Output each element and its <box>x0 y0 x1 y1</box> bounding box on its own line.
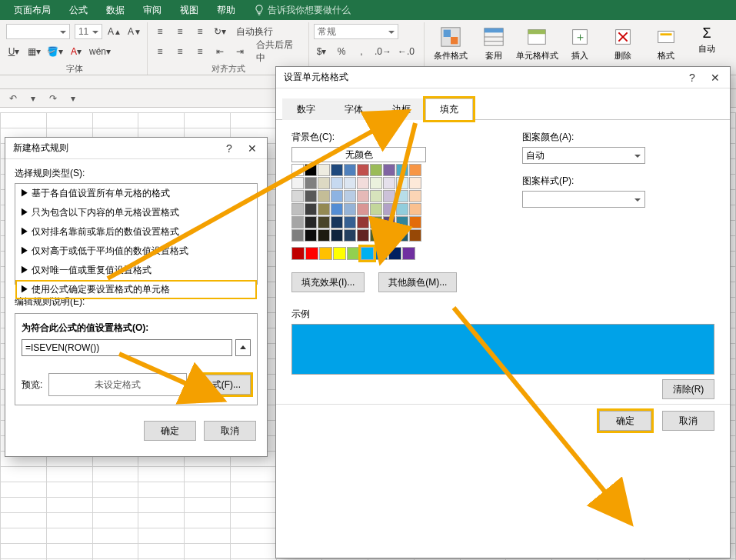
fill-color-icon[interactable]: 🪣▾ <box>46 44 64 59</box>
color-swatch[interactable] <box>331 190 343 202</box>
color-swatch[interactable] <box>318 216 330 228</box>
color-swatch[interactable] <box>344 203 356 215</box>
color-swatch[interactable] <box>305 216 317 228</box>
tab-help[interactable]: 帮助 <box>208 0 245 20</box>
decrease-indent-icon[interactable]: ⇤ <box>212 44 228 59</box>
color-swatch[interactable] <box>344 216 356 228</box>
border-icon[interactable]: ▦▾ <box>26 44 42 59</box>
color-swatch[interactable] <box>291 229 304 242</box>
undo-button[interactable]: ↶ <box>5 90 22 107</box>
color-swatch[interactable] <box>409 164 421 176</box>
color-swatch[interactable] <box>409 216 421 228</box>
more-colors-button[interactable]: 其他颜色(M)... <box>378 272 457 292</box>
pattern-style-combo[interactable] <box>522 191 645 208</box>
color-swatch[interactable] <box>409 229 421 242</box>
cancel-button[interactable]: 取消 <box>662 411 714 431</box>
phonetic-icon[interactable]: wén▾ <box>88 44 112 59</box>
ok-button[interactable]: 确定 <box>599 411 651 431</box>
help-button[interactable]: ? <box>681 67 704 88</box>
align-middle-icon[interactable]: ≡ <box>172 24 188 39</box>
fill-effects-button[interactable]: 填充效果(I)... <box>291 272 365 292</box>
color-swatch[interactable] <box>396 216 408 228</box>
color-swatch[interactable] <box>305 247 318 260</box>
increase-font-icon[interactable]: A▲ <box>107 24 122 39</box>
color-swatch[interactable] <box>331 164 343 176</box>
color-swatch[interactable] <box>291 190 304 202</box>
align-right-icon[interactable]: ≡ <box>192 44 208 59</box>
color-swatch[interactable] <box>402 247 415 260</box>
decrease-decimal-icon[interactable]: ←.0 <box>397 44 415 59</box>
tab-formulas[interactable]: 公式 <box>60 0 97 20</box>
rule-type-item[interactable]: ▶ 基于各自值设置所有单元格的格式 <box>15 184 257 203</box>
color-swatch[interactable] <box>383 177 395 189</box>
redo-button[interactable]: ↷ <box>45 90 62 107</box>
color-swatch[interactable] <box>344 164 356 176</box>
color-swatch[interactable] <box>383 216 395 228</box>
help-button[interactable]: ? <box>218 138 241 159</box>
color-swatch[interactable] <box>318 164 330 176</box>
rule-type-item[interactable]: ▶ 只为包含以下内容的单元格设置格式 <box>15 203 257 222</box>
format-button[interactable]: 格式(F)... <box>193 375 251 395</box>
currency-icon[interactable]: $▾ <box>314 44 329 59</box>
color-swatch[interactable] <box>409 203 421 215</box>
color-swatch[interactable] <box>318 203 330 215</box>
color-swatch[interactable] <box>291 177 304 189</box>
increase-indent-icon[interactable]: ⇥ <box>232 44 248 59</box>
increase-decimal-icon[interactable]: .0→ <box>374 44 392 59</box>
merge-center-button[interactable]: 合共后居中 <box>252 44 304 59</box>
color-swatch[interactable] <box>383 203 395 215</box>
clear-button[interactable]: 清除(R) <box>662 379 714 399</box>
color-swatch[interactable] <box>318 177 330 189</box>
wrap-text-button[interactable]: 自动换行 <box>232 24 277 39</box>
font-size-combo[interactable]: 11 <box>75 24 102 39</box>
tab-border[interactable]: 边框 <box>378 98 425 120</box>
color-swatch[interactable] <box>396 190 408 202</box>
tab-number[interactable]: 数字 <box>282 98 330 120</box>
color-swatch[interactable] <box>370 190 382 202</box>
color-swatch[interactable] <box>370 164 382 176</box>
undo-dropdown[interactable]: ▾ <box>25 90 42 107</box>
color-swatch[interactable] <box>396 164 408 176</box>
no-color-button[interactable]: 无颜色 <box>291 147 426 162</box>
tab-view[interactable]: 视图 <box>171 0 208 20</box>
color-swatch[interactable] <box>305 203 317 215</box>
color-swatch[interactable] <box>409 190 421 202</box>
font-color-icon[interactable]: A▾ <box>68 44 84 59</box>
color-swatch[interactable] <box>331 177 343 189</box>
color-swatch[interactable] <box>396 229 408 242</box>
rule-type-item[interactable]: ▶ 仅对高于或低于平均值的数值设置格式 <box>15 242 257 261</box>
color-swatch[interactable] <box>357 190 369 202</box>
color-swatch[interactable] <box>361 247 374 260</box>
color-swatch[interactable] <box>383 229 395 242</box>
color-swatch[interactable] <box>291 247 305 260</box>
color-swatch[interactable] <box>305 177 317 189</box>
color-swatch[interactable] <box>383 190 395 202</box>
color-swatch[interactable] <box>291 203 304 215</box>
tell-me-search[interactable]: 告诉我你想要做什么 <box>254 4 351 17</box>
color-swatch[interactable] <box>344 190 356 202</box>
color-swatch[interactable] <box>409 177 421 189</box>
tab-page-layout[interactable]: 页面布局 <box>5 0 60 20</box>
color-swatch[interactable] <box>331 229 343 242</box>
color-swatch[interactable] <box>331 216 343 228</box>
color-swatch[interactable] <box>333 247 346 260</box>
color-swatch[interactable] <box>375 247 388 260</box>
percent-icon[interactable]: % <box>334 44 349 59</box>
number-format-combo[interactable]: 常规 <box>314 24 398 39</box>
rule-type-list[interactable]: ▶ 基于各自值设置所有单元格的格式 ▶ 只为包含以下内容的单元格设置格式 ▶ 仅… <box>15 183 258 285</box>
color-swatch[interactable] <box>370 229 382 242</box>
color-swatch[interactable] <box>305 190 317 202</box>
decrease-font-icon[interactable]: A▼ <box>127 24 142 39</box>
color-swatch[interactable] <box>396 203 408 215</box>
font-name-combo[interactable] <box>6 24 70 39</box>
color-swatch[interactable] <box>383 164 395 176</box>
align-top-icon[interactable]: ≡ <box>152 24 168 39</box>
color-swatch[interactable] <box>291 164 304 176</box>
rule-type-item[interactable]: ▶ 仅对唯一值或重复值设置格式 <box>15 261 257 280</box>
underline-icon[interactable]: U▾ <box>6 44 22 59</box>
align-center-icon[interactable]: ≡ <box>172 44 188 59</box>
collapse-dialog-button[interactable] <box>235 339 251 356</box>
color-swatch[interactable] <box>370 203 382 215</box>
rule-type-item[interactable]: ▶ 仅对排名靠前或靠后的数值设置格式 <box>15 222 257 242</box>
tab-review[interactable]: 审阅 <box>134 0 171 20</box>
